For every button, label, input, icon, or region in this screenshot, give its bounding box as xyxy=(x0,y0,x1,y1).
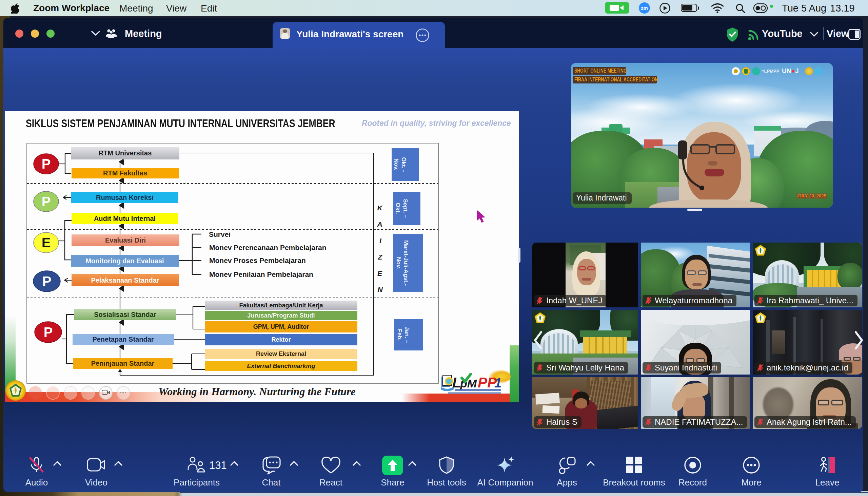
svg-text:Monev Penilaian Pembelajaran: Monev Penilaian Pembelajaran xyxy=(209,270,313,278)
svg-text:Evaluasi Diri: Evaluasi Diri xyxy=(105,236,146,244)
svg-text:Sosialisasi Standar: Sosialisasi Standar xyxy=(94,311,156,318)
svg-text:N: N xyxy=(377,286,383,293)
svg-text:E: E xyxy=(377,269,383,277)
svg-text:Pelaksanaan Standar: Pelaksanaan Standar xyxy=(91,277,159,284)
svg-text:Rumusan Koreksi: Rumusan Koreksi xyxy=(96,194,154,201)
svg-text:Jurusan/Program Studi: Jurusan/Program Studi xyxy=(247,312,315,319)
svg-text:Rektor: Rektor xyxy=(271,336,291,343)
svg-text:Survei: Survei xyxy=(209,230,230,238)
svg-text:P: P xyxy=(44,325,53,340)
svg-text:Penetapan Standar: Penetapan Standar xyxy=(92,336,154,343)
svg-text:E: E xyxy=(42,235,51,250)
svg-text:Monitoring dan Evaluasi: Monitoring dan Evaluasi xyxy=(85,257,164,265)
svg-text:P: P xyxy=(43,274,51,289)
svg-text:Monev Perencanaan Pembelajaran: Monev Perencanaan Pembelajaran xyxy=(209,244,326,251)
svg-text:Monev Proses Pembelajaran: Monev Proses Pembelajaran xyxy=(209,257,306,264)
svg-text:Peninjauan Standar: Peninjauan Standar xyxy=(91,360,155,367)
svg-text:L: L xyxy=(452,374,461,390)
svg-text:P: P xyxy=(42,194,51,209)
svg-text:I: I xyxy=(380,237,382,245)
svg-text:P: P xyxy=(42,156,51,171)
svg-text:External Benchmarking: External Benchmarking xyxy=(247,363,315,370)
svg-text:Audit Mutu Internal: Audit Mutu Internal xyxy=(94,215,156,222)
svg-text:K: K xyxy=(377,204,383,212)
svg-text:A: A xyxy=(377,220,382,228)
svg-text:1: 1 xyxy=(494,376,501,390)
svg-text:RTM Fakultas: RTM Fakultas xyxy=(103,169,147,177)
svg-text:Z: Z xyxy=(378,253,383,261)
svg-text:GPM, UPM, Auditor: GPM, UPM, Auditor xyxy=(253,323,309,330)
svg-text:Review Eksternal: Review Eksternal xyxy=(256,351,306,357)
svg-text:RTM Universitas: RTM Universitas xyxy=(99,149,152,157)
svg-text:Fakultas/Lembaga/Unit Kerja: Fakultas/Lembaga/Unit Kerja xyxy=(239,302,323,309)
